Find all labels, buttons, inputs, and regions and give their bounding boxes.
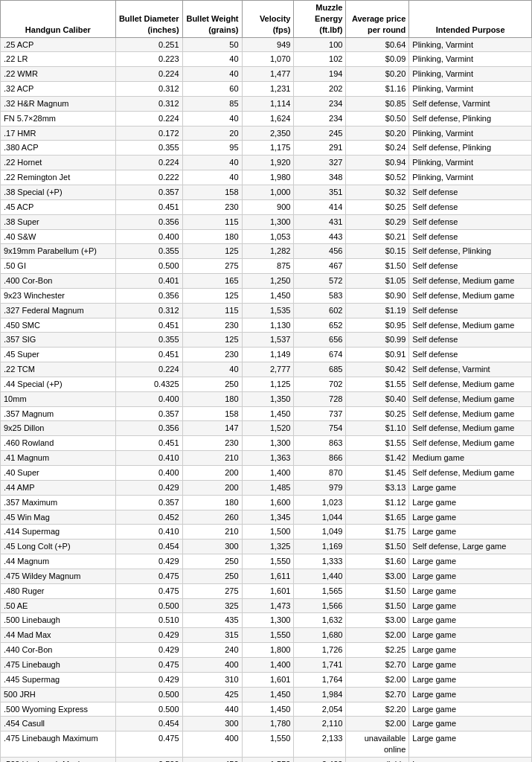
cell-2: 300	[182, 540, 242, 554]
cell-2: 450	[182, 757, 242, 762]
cell-1: 0.429	[115, 643, 182, 658]
cell-5: $0.24	[346, 141, 409, 156]
cell-0: .414 Supermag	[1, 525, 116, 540]
table-row: .17 HMR0.172202,350245$0.20Plinking, Var…	[1, 126, 532, 141]
cell-0: .440 Cor-Bon	[1, 643, 116, 658]
cell-1: 0.4325	[115, 377, 182, 391]
cell-5: $2.00	[346, 628, 409, 643]
cell-1: 0.312	[115, 82, 182, 97]
cell-3: 1,920	[242, 156, 294, 170]
cell-6: Plinking, Varmint	[409, 156, 532, 170]
cell-1: 0.251	[115, 37, 182, 52]
cell-6: Self defense, Medium game	[409, 406, 532, 421]
cell-0: .22 LR	[1, 52, 116, 67]
handgun-caliber-table: Handgun Caliber Bullet Diameter (inches)…	[0, 0, 532, 762]
cell-5: $0.99	[346, 333, 409, 348]
table-row: 9x19mm Parabellum (+P)0.3551251,282456$0…	[1, 244, 532, 259]
cell-3: 1,250	[242, 274, 294, 289]
table-row: .44 Magnum0.4292501,5501,333$1.60Large g…	[1, 554, 532, 569]
cell-6: Self defense	[409, 185, 532, 199]
cell-0: 9x25 Dillon	[1, 421, 116, 436]
cell-4: 351	[294, 185, 346, 199]
cell-2: 315	[182, 628, 242, 643]
cell-1: 0.355	[115, 244, 182, 259]
cell-5: $2.25	[346, 643, 409, 658]
cell-5: $0.64	[346, 37, 409, 52]
cell-2: 240	[182, 643, 242, 658]
cell-5: $1.50	[346, 259, 409, 274]
cell-0: .454 Casull	[1, 717, 116, 731]
cell-3: 1,601	[242, 583, 294, 598]
cell-4: 456	[294, 244, 346, 259]
cell-2: 210	[182, 525, 242, 540]
cell-4: 863	[294, 436, 346, 451]
cell-5: $3.13	[346, 480, 409, 495]
table-row: .440 Cor-Bon0.4292401,8001,726$2.25Large…	[1, 643, 532, 658]
cell-2: 125	[182, 288, 242, 303]
cell-2: 40	[182, 156, 242, 170]
cell-6: Self defense	[409, 348, 532, 362]
cell-1: 0.401	[115, 274, 182, 289]
cell-2: 180	[182, 229, 242, 244]
cell-3: 1,477	[242, 67, 294, 82]
cell-4: 702	[294, 377, 346, 391]
cell-5: $1.55	[346, 377, 409, 391]
cell-0: .45 ACP	[1, 199, 116, 214]
table-row: .454 Casull0.4543001,7802,110$2.00Large …	[1, 717, 532, 731]
cell-6: Self defense, Plinking	[409, 244, 532, 259]
cell-0: .357 Magnum	[1, 406, 116, 421]
cell-6: Self defense, Medium game	[409, 421, 532, 436]
cell-1: 0.400	[115, 391, 182, 406]
cell-6: Plinking, Varmint	[409, 37, 532, 52]
cell-0: .50 GI	[1, 259, 116, 274]
cell-1: 0.357	[115, 495, 182, 510]
cell-4: 2,054	[294, 702, 346, 717]
cell-1: 0.451	[115, 199, 182, 214]
cell-6: Plinking, Varmint	[409, 52, 532, 67]
table-row: .22 WMR0.224401,477194$0.20Plinking, Var…	[1, 67, 532, 82]
cell-6: Large game	[409, 643, 532, 658]
cell-4: 870	[294, 466, 346, 481]
cell-1: 0.475	[115, 569, 182, 583]
cell-0: .22 Hornet	[1, 156, 116, 170]
cell-5: $1.55	[346, 436, 409, 451]
cell-6: Self defense, Large game	[409, 540, 532, 554]
cell-1: 0.355	[115, 333, 182, 348]
cell-5: $1.50	[346, 540, 409, 554]
cell-2: 125	[182, 333, 242, 348]
cell-1: 0.454	[115, 540, 182, 554]
cell-3: 1,600	[242, 495, 294, 510]
cell-4: 1,023	[294, 495, 346, 510]
header-purpose: Intended Purpose	[409, 1, 532, 38]
cell-2: 180	[182, 495, 242, 510]
cell-3: 1,520	[242, 421, 294, 436]
cell-2: 50	[182, 37, 242, 52]
table-row: .44 Special (+P)0.43252501,125702$1.55Se…	[1, 377, 532, 391]
cell-4: 685	[294, 362, 346, 377]
cell-5: $0.42	[346, 362, 409, 377]
table-row: .40 S&W0.4001801,053443$0.21Self defense	[1, 229, 532, 244]
cell-6: Self defense	[409, 229, 532, 244]
cell-4: 652	[294, 318, 346, 333]
cell-3: 1,624	[242, 111, 294, 126]
cell-1: 0.451	[115, 436, 182, 451]
cell-1: 0.454	[115, 717, 182, 731]
cell-4: 737	[294, 406, 346, 421]
cell-3: 1,053	[242, 229, 294, 244]
cell-5: $0.20	[346, 67, 409, 82]
cell-5: $0.90	[346, 288, 409, 303]
table-row: .45 ACP0.451230900414$0.25Self defense	[1, 199, 532, 214]
cell-1: 0.500	[115, 598, 182, 613]
cell-3: 2,777	[242, 362, 294, 377]
table-row: .40 Super0.4002001,400870$1.45Self defen…	[1, 466, 532, 481]
cell-1: 0.356	[115, 214, 182, 229]
cell-1: 0.475	[115, 731, 182, 758]
cell-2: 165	[182, 274, 242, 289]
table-row: 9x25 Dillon0.3561471,520754$1.10Self def…	[1, 421, 532, 436]
cell-5: $0.91	[346, 348, 409, 362]
cell-0: .460 Rowland	[1, 436, 116, 451]
cell-5: $1.65	[346, 510, 409, 525]
cell-1: 0.222	[115, 170, 182, 185]
cell-6: Self defense, Medium game	[409, 274, 532, 289]
cell-2: 115	[182, 214, 242, 229]
